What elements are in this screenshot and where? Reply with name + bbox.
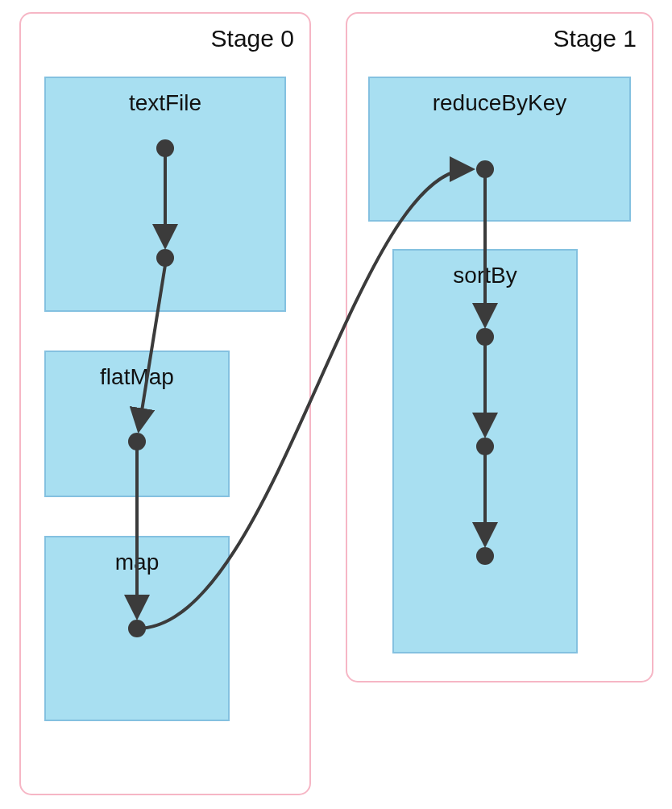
rdd-node-s1n2 xyxy=(476,438,494,455)
op-label-reducebykey: reduceByKey xyxy=(433,90,567,115)
rdd-node-s0n1 xyxy=(156,249,174,267)
rdd-node-s0n3 xyxy=(128,620,146,637)
rdd-node-s1n0 xyxy=(476,160,494,178)
op-label-flatmap: flatMap xyxy=(100,364,174,389)
stage-title-stage1: Stage 1 xyxy=(554,25,637,52)
rdd-node-s0n2 xyxy=(128,433,146,450)
rdd-node-s1n1 xyxy=(476,328,494,346)
stage-title-stage0: Stage 0 xyxy=(211,25,294,52)
rdd-node-s1n3 xyxy=(476,547,494,565)
dag-diagram: Stage 0textFileflatMapmapStage 1reduceBy… xyxy=(0,0,672,809)
rdd-node-s0n0 xyxy=(156,139,174,157)
op-label-textfile: textFile xyxy=(129,90,201,115)
